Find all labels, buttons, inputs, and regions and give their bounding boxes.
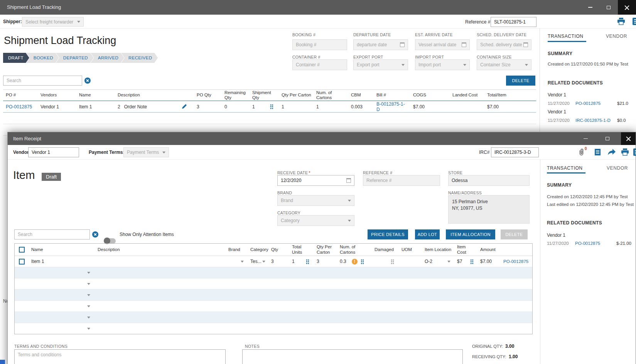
edit-note-icon[interactable] — [182, 104, 187, 110]
search-input[interactable] — [14, 229, 90, 239]
column-header-category: Category — [248, 247, 268, 252]
step-arrived[interactable]: ARRIVED — [91, 53, 124, 63]
step-departed[interactable]: DEPARTED — [56, 53, 94, 63]
chevron-down-icon — [402, 64, 405, 66]
close-icon — [626, 136, 631, 141]
notes-textarea[interactable] — [242, 349, 463, 364]
print-icon[interactable] — [621, 148, 629, 157]
column-header-cogs: COGS — [410, 93, 450, 98]
step-draft[interactable]: DRAFT — [3, 53, 29, 63]
column-header-uom: UOM — [399, 247, 422, 252]
row-menu-icon[interactable] — [306, 259, 309, 264]
tab-vendor[interactable]: VENDOR — [606, 34, 627, 39]
po-link[interactable]: PO-0012875 — [6, 104, 32, 110]
bill-link[interactable]: B-0012875-1-D — [376, 101, 408, 112]
step-label: DRAFT — [8, 56, 24, 60]
maximize-button[interactable] — [599, 0, 618, 15]
modal-toolbar: Vendor: Payment Terms: Payment Terms IRC… — [8, 145, 636, 160]
tab-vendor[interactable]: VENDOR — [607, 165, 628, 171]
sched-delivery-date-input: Sched. delivery date — [477, 39, 531, 50]
row-menu-icon[interactable] — [391, 259, 394, 264]
chevron-down-icon[interactable] — [241, 261, 244, 263]
chevron-down-icon[interactable] — [87, 272, 90, 274]
column-header-damaged: Damaged — [372, 247, 399, 252]
column-header-num-cartons: Num. of Cartons — [337, 244, 372, 254]
status-badge: Draft — [42, 173, 61, 181]
row-menu-icon[interactable] — [361, 259, 364, 264]
po-link[interactable]: PO-0012875 — [503, 259, 528, 264]
chevron-down-icon[interactable] — [447, 261, 450, 263]
row-menu-icon[interactable] — [470, 259, 474, 264]
departure-date-label: DEPARTURE DATE — [353, 32, 391, 37]
terms-textarea[interactable] — [14, 349, 226, 364]
chevron-down-icon[interactable] — [87, 283, 90, 285]
search-input[interactable] — [3, 76, 82, 86]
column-header-po: PO # — [3, 93, 38, 98]
arrive-placeholder: Vessel arrival date — [418, 42, 456, 47]
vendor-input[interactable] — [28, 147, 79, 157]
irc-input[interactable] — [491, 147, 539, 157]
step-booked[interactable]: BOOKED — [26, 53, 59, 63]
share-icon[interactable] — [608, 149, 616, 157]
related-doc-link[interactable]: PO-0012875 — [575, 241, 600, 246]
journal-icon[interactable] — [594, 148, 601, 157]
delete-button[interactable]: DELETE — [506, 76, 535, 86]
store-value: Odessa — [452, 178, 467, 183]
attention-items-toggle[interactable] — [104, 238, 116, 244]
column-header-total-item: Total/Item — [484, 93, 535, 98]
item-qty-cell: 3 — [268, 256, 289, 267]
add-lot-button[interactable]: ADD LOT — [415, 229, 440, 239]
print-icon[interactable] — [617, 18, 625, 27]
brand-placeholder: Brand — [281, 198, 293, 203]
price-details-button[interactable]: PRICE DETAILS — [368, 229, 408, 239]
menu-icon[interactable] — [633, 18, 636, 27]
minimize-icon — [588, 7, 592, 8]
payment-terms-label: Payment Terms: — [89, 150, 124, 155]
item-allocation-button[interactable]: ITEM ALLOCATION — [446, 229, 495, 239]
step-received[interactable]: RECEIVED — [121, 53, 158, 63]
chevron-down-icon[interactable] — [87, 294, 90, 296]
close-button[interactable] — [618, 0, 636, 15]
description-flag: 2 — [118, 104, 120, 110]
tab-transaction[interactable]: TRANSACTION — [548, 34, 584, 39]
calendar-icon[interactable] — [346, 178, 351, 183]
receive-date-input[interactable]: 12/2/2020 — [277, 175, 354, 186]
step-label: RECEIVED — [128, 56, 152, 60]
items-table-header: Name Description Brand Category Qty Tota… — [15, 244, 532, 256]
total-item-cell: $7.00 — [484, 101, 535, 112]
chevron-down-icon[interactable] — [87, 305, 90, 307]
clear-search-icon[interactable] — [92, 231, 98, 238]
close-button[interactable] — [621, 132, 636, 145]
remaining-qty-cell: 0 — [222, 101, 250, 112]
column-header-landed-cost: Landed Cost — [450, 93, 484, 98]
minimize-button[interactable] — [577, 132, 594, 145]
chevron-down-icon[interactable] — [262, 261, 265, 263]
clear-search-icon[interactable] — [84, 78, 91, 84]
active-tab-underline — [548, 41, 586, 42]
chevron-down-icon[interactable] — [87, 328, 90, 330]
item-row-empty — [15, 278, 532, 290]
item-row-empty — [15, 301, 532, 312]
window-titlebar: Shipment Load Tracking — [0, 0, 636, 15]
select-all-checkbox[interactable] — [19, 247, 25, 253]
container-size-select: Container Size — [477, 59, 531, 70]
related-doc-link[interactable]: PO-0012875 — [575, 101, 601, 106]
row-checkbox[interactable] — [19, 259, 25, 265]
category-placeholder: Category — [281, 218, 300, 223]
reference-label: Reference #: — [465, 19, 492, 25]
container-placeholder: Container # — [296, 62, 320, 67]
column-header-description: Description — [95, 247, 223, 252]
row-menu-icon[interactable] — [270, 104, 273, 109]
attachment-icon[interactable] — [579, 148, 584, 157]
maximize-button[interactable] — [599, 132, 616, 145]
reference-input[interactable] — [491, 17, 536, 27]
item-row: Item 1 Tes... 3 1 3 0.3 — [15, 256, 532, 267]
menu-icon[interactable] — [633, 148, 636, 157]
chevron-down-icon[interactable] — [87, 317, 90, 318]
item-qty-per-carton-cell: 3 — [314, 256, 337, 267]
name-cell: Item 1 — [76, 101, 115, 112]
related-doc-link[interactable]: IRC-0012875-1-D — [575, 118, 611, 123]
original-qty-value: 3.00 — [505, 344, 514, 349]
minimize-button[interactable] — [581, 0, 599, 15]
tab-transaction[interactable]: TRANSACTION — [547, 165, 583, 171]
